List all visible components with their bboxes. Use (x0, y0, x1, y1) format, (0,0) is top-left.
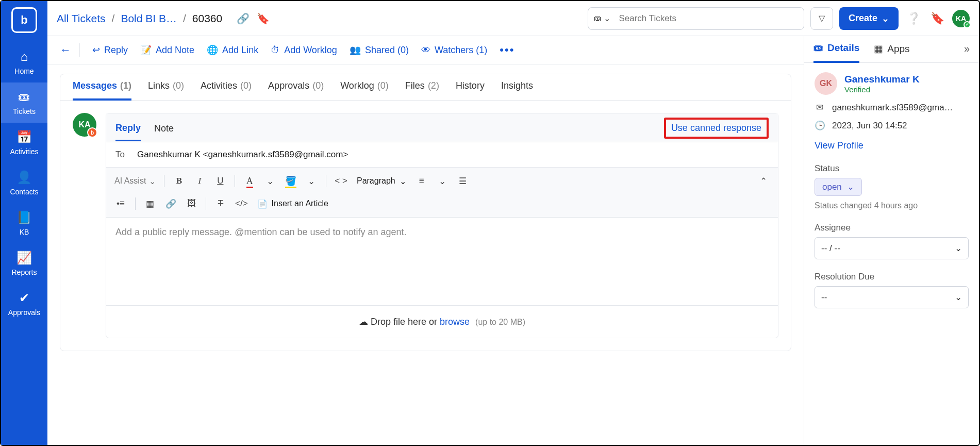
tab-history[interactable]: History (456, 80, 485, 100)
chart-icon: 📈 (16, 251, 32, 265)
compose-tab-reply[interactable]: Reply (115, 119, 141, 141)
status-dropdown[interactable]: open⌄ (815, 178, 862, 196)
tab-label: Files (405, 80, 425, 93)
bullet-list-button[interactable]: •≡ (111, 194, 130, 213)
tab-approvals[interactable]: Approvals(0) (268, 80, 324, 100)
clear-format-button[interactable]: T (211, 194, 230, 213)
filter-button[interactable]: ▽ (810, 7, 833, 30)
highlight-dropdown[interactable]: ⌄ (302, 172, 321, 190)
help-button[interactable]: ❔ (905, 10, 922, 27)
nav-home[interactable]: ⌂Home (1, 42, 47, 82)
create-label: Create (849, 13, 877, 24)
tab-label: Links (148, 80, 170, 93)
search-input[interactable] (614, 13, 799, 24)
italic-button[interactable]: I (190, 172, 209, 190)
compose-tab-note[interactable]: Note (154, 119, 174, 140)
shared-action[interactable]: 👥Shared (0) (350, 44, 409, 56)
assignee-dropdown[interactable]: -- / --⌄ (815, 237, 969, 259)
nav-reports[interactable]: 📈Reports (1, 243, 47, 284)
chevron-down-icon: ⌄ (847, 181, 854, 192)
verified-badge: Verified (844, 85, 920, 94)
add-note-action[interactable]: 📝Add Note (140, 44, 194, 56)
sidebar: b ⌂Home 🎟Tickets 📅Activities 👤Contacts 📘… (1, 1, 47, 445)
assignee-label: Assignee (815, 223, 969, 233)
action-label: Add Worklog (284, 45, 337, 56)
insert-link-button[interactable]: 🔗 (161, 194, 180, 213)
font-color-button[interactable]: A (240, 172, 259, 190)
tab-activities[interactable]: Activities(0) (201, 80, 252, 100)
search-box[interactable]: 🎟 ⌄ (588, 7, 804, 30)
search-scope-icon[interactable]: 🎟 ⌄ (593, 13, 614, 23)
back-button[interactable]: ← (60, 43, 80, 57)
contact-name[interactable]: Ganeshkumar K (844, 74, 920, 85)
tab-worklog[interactable]: Worklog(0) (340, 80, 389, 100)
tab-count: (0) (312, 80, 324, 93)
insert-image-button[interactable]: 🖼 (182, 194, 201, 213)
poster-avatar: KAb (73, 113, 96, 137)
browse-link[interactable]: browse (440, 317, 470, 327)
assignee-value: -- / -- (821, 243, 840, 254)
nav-contacts[interactable]: 👤Contacts (1, 163, 47, 203)
underline-button[interactable]: U (211, 172, 229, 190)
to-field: To Ganeshkumar K <ganeshkumark.sf3589@gm… (106, 142, 778, 167)
bookmark-icon[interactable]: 🔖 (257, 12, 270, 25)
align-dropdown[interactable]: ⌄ (433, 172, 452, 190)
breadcrumb-root[interactable]: All Tickets (57, 12, 106, 25)
add-worklog-action[interactable]: ⏱Add Worklog (271, 45, 337, 56)
align-button[interactable]: ≡ (412, 172, 431, 190)
toolbar-collapse[interactable]: ⌃ (754, 172, 773, 190)
tab-count: (2) (428, 80, 439, 93)
app-logo[interactable]: b (11, 7, 37, 33)
editor-body[interactable]: Add a public reply message. @mention can… (106, 218, 778, 305)
article-icon: 📄 (257, 199, 268, 209)
bold-button[interactable]: B (170, 172, 188, 190)
nav-label: Tickets (13, 107, 36, 115)
to-value[interactable]: Ganeshkumar K <ganeshkumark.sf3589@gmail… (137, 150, 348, 160)
code-button[interactable]: < > (331, 172, 351, 190)
view-profile-link[interactable]: View Profile (815, 140, 969, 151)
chevron-down-icon: ⌄ (882, 13, 889, 24)
drop-zone[interactable]: ☁ Drop file here or browse (up to 20 MB) (106, 305, 778, 338)
code-view-button[interactable]: </> (232, 194, 251, 213)
font-color-dropdown[interactable]: ⌄ (261, 172, 279, 190)
action-label: Shared (0) (365, 45, 409, 56)
tab-insights[interactable]: Insights (501, 80, 533, 100)
ai-assist-button[interactable]: AI Assist⌄ (111, 172, 159, 190)
online-indicator-icon: ✓ (964, 21, 971, 28)
user-avatar[interactable]: KA✓ (952, 10, 970, 27)
expand-panel-icon[interactable]: » (964, 43, 970, 62)
tab-count: (1) (120, 80, 131, 91)
insert-article-button[interactable]: 📄Insert an Article (253, 199, 333, 209)
breadcrumb: All Tickets / Bold BI B… / 60360 🔗 🔖 (57, 12, 270, 25)
more-actions[interactable]: ••• (500, 43, 514, 57)
nav-tickets[interactable]: 🎟Tickets (1, 82, 47, 123)
ordered-list-button[interactable]: ☰ (454, 172, 472, 190)
status-value: open (822, 182, 842, 192)
contact-email: ganeshkumark.sf3589@gma… (832, 103, 953, 113)
create-button[interactable]: Create⌄ (839, 7, 899, 30)
tab-files[interactable]: Files(2) (405, 80, 439, 100)
nav-activities[interactable]: 📅Activities (1, 123, 47, 163)
nav-approvals[interactable]: ✔Approvals (1, 284, 47, 324)
nav-label: Home (14, 67, 34, 75)
nav-kb[interactable]: 📘KB (1, 203, 47, 243)
clock-icon: 🕒 (815, 120, 825, 131)
tab-messages[interactable]: Messages(1) (73, 80, 131, 101)
resolution-dropdown[interactable]: --⌄ (815, 286, 969, 308)
right-tab-details[interactable]: 🎟Details (813, 42, 859, 63)
breadcrumb-mid[interactable]: Bold BI B… (121, 12, 177, 25)
resolution-value: -- (821, 292, 827, 303)
tab-label: Approvals (268, 80, 309, 93)
highlight-button[interactable]: 🪣 (281, 172, 300, 190)
add-link-action[interactable]: 🌐Add Link (207, 44, 258, 56)
paragraph-dropdown[interactable]: Paragraph⌄ (353, 176, 410, 186)
right-tab-apps[interactable]: ▦Apps (874, 43, 909, 62)
table-button[interactable]: ▦ (141, 194, 159, 213)
reply-action[interactable]: ↩Reply (92, 44, 128, 56)
chevron-down-icon: ⌄ (955, 243, 962, 254)
canned-response-link[interactable]: Use canned response (664, 118, 769, 139)
watchers-action[interactable]: 👁Watchers (1) (421, 45, 487, 56)
bookmarks-button[interactable]: 🔖 (928, 10, 946, 27)
tab-links[interactable]: Links(0) (148, 80, 184, 100)
link-icon[interactable]: 🔗 (237, 12, 250, 25)
